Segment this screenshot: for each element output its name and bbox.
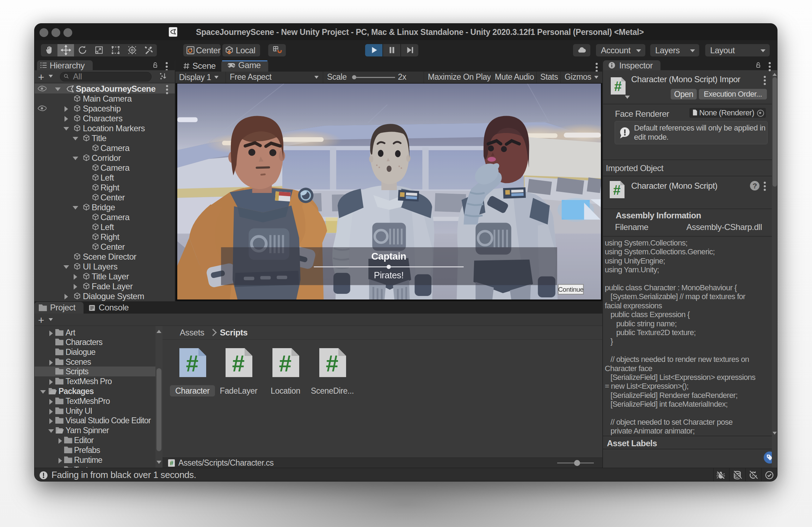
svg-text:Continue: Continue — [558, 286, 583, 293]
svg-text:#: # — [614, 79, 622, 94]
svg-text:#: # — [279, 351, 291, 376]
svg-text:#: # — [613, 183, 621, 198]
svg-text:Captain: Captain — [371, 251, 406, 262]
svg-text:#: # — [186, 351, 198, 376]
svg-text:#: # — [326, 351, 338, 376]
svg-text:#: # — [232, 351, 244, 376]
svg-text:#: # — [170, 460, 173, 467]
svg-text:Pirates!: Pirates! — [374, 270, 404, 280]
